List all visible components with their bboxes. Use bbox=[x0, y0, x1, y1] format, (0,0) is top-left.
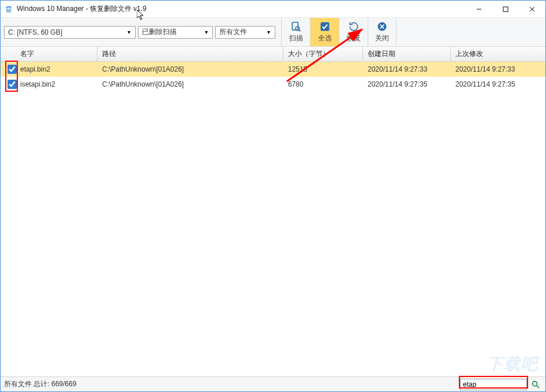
trash-icon bbox=[4, 5, 13, 14]
toolbar: C: [NTFS, 60 GB] ▾ 已删除扫描 ▾ 所有文件 ▾ 扫描 bbox=[1, 18, 545, 47]
col-header-path[interactable]: 路径 bbox=[98, 47, 283, 61]
table-body[interactable]: etapi.bin2C:\PathUnknown\[01A026]1251520… bbox=[1, 62, 545, 376]
select-all-button[interactable]: 全选 bbox=[310, 18, 339, 46]
select-all-icon bbox=[319, 21, 331, 32]
row-checkbox[interactable] bbox=[8, 65, 17, 74]
file-size: 12515 bbox=[283, 65, 363, 73]
title-bar: Windows 10 Manager - 恢复删除文件 v1.9 bbox=[1, 1, 545, 18]
close-icon bbox=[376, 21, 388, 32]
file-name: isetapi.bin2 bbox=[20, 80, 55, 88]
table-row[interactable]: etapi.bin2C:\PathUnknown\[01A026]1251520… bbox=[1, 62, 545, 77]
drive-select-label: C: [NTFS, 60 GB] bbox=[8, 28, 125, 36]
chevron-down-icon: ▾ bbox=[264, 29, 272, 35]
file-size: 6780 bbox=[283, 80, 363, 88]
search-icon bbox=[531, 380, 540, 389]
recover-button[interactable]: 恢复 bbox=[339, 18, 368, 46]
file-modified: 2020/11/14 9:27:33 bbox=[451, 65, 545, 73]
file-type-select[interactable]: 所有文件 ▾ bbox=[215, 26, 275, 39]
svg-point-12 bbox=[533, 381, 537, 386]
svg-rect-4 bbox=[292, 23, 298, 30]
window-title: Windows 10 Manager - 恢复删除文件 v1.9 bbox=[17, 4, 466, 14]
file-path: C:\PathUnknown\[01A026] bbox=[98, 65, 283, 73]
file-modified: 2020/11/14 9:27:35 bbox=[451, 80, 545, 88]
minimize-button[interactable] bbox=[466, 1, 492, 17]
svg-line-13 bbox=[537, 386, 539, 388]
col-header-size[interactable]: 大小（字节） bbox=[283, 47, 363, 61]
scan-icon bbox=[290, 21, 302, 32]
select-all-button-label: 全选 bbox=[318, 33, 332, 43]
status-text: 所有文件 总计: 669/669 bbox=[4, 379, 460, 389]
app-window: Windows 10 Manager - 恢复删除文件 v1.9 C: [NTF… bbox=[0, 0, 546, 392]
col-header-created[interactable]: 创建日期 bbox=[363, 47, 451, 61]
file-type-label: 所有文件 bbox=[219, 27, 264, 37]
col-header-modified[interactable]: 上次修改 bbox=[451, 47, 545, 61]
file-name: etapi.bin2 bbox=[20, 65, 50, 73]
svg-line-6 bbox=[299, 30, 301, 32]
scan-button[interactable]: 扫描 bbox=[281, 18, 310, 46]
close-window-button[interactable] bbox=[519, 1, 545, 17]
file-created: 2020/11/14 9:27:35 bbox=[363, 80, 451, 88]
close-button-label: 关闭 bbox=[375, 33, 389, 43]
search-box bbox=[460, 378, 542, 391]
col-header-name[interactable]: 名字 bbox=[1, 47, 98, 61]
drive-select[interactable]: C: [NTFS, 60 GB] ▾ bbox=[4, 26, 136, 39]
file-path: C:\PathUnknown\[01A026] bbox=[98, 80, 283, 88]
chevron-down-icon: ▾ bbox=[202, 29, 210, 35]
window-control-group bbox=[466, 1, 545, 17]
search-button[interactable] bbox=[529, 378, 542, 391]
file-created: 2020/11/14 9:27:33 bbox=[363, 65, 451, 73]
scan-mode-label: 已删除扫描 bbox=[142, 27, 202, 37]
table-header: 名字 路径 大小（字节） 创建日期 上次修改 bbox=[1, 47, 545, 62]
combo-group: C: [NTFS, 60 GB] ▾ 已删除扫描 ▾ 所有文件 ▾ bbox=[1, 18, 279, 46]
table-row[interactable]: isetapi.bin2C:\PathUnknown\[01A026]67802… bbox=[1, 77, 545, 92]
search-input[interactable] bbox=[460, 379, 527, 390]
action-buttons: 扫描 全选 恢复 关闭 bbox=[281, 18, 397, 46]
recover-button-label: 恢复 bbox=[347, 33, 361, 43]
maximize-button[interactable] bbox=[492, 1, 519, 17]
recover-icon bbox=[348, 21, 360, 32]
close-button[interactable]: 关闭 bbox=[368, 18, 397, 46]
chevron-down-icon: ▾ bbox=[125, 29, 133, 35]
scan-button-label: 扫描 bbox=[289, 33, 303, 43]
row-checkbox[interactable] bbox=[8, 80, 17, 89]
status-bar: 所有文件 总计: 669/669 bbox=[1, 376, 545, 391]
scan-mode-select[interactable]: 已删除扫描 ▾ bbox=[138, 26, 213, 39]
svg-rect-1 bbox=[503, 7, 508, 12]
